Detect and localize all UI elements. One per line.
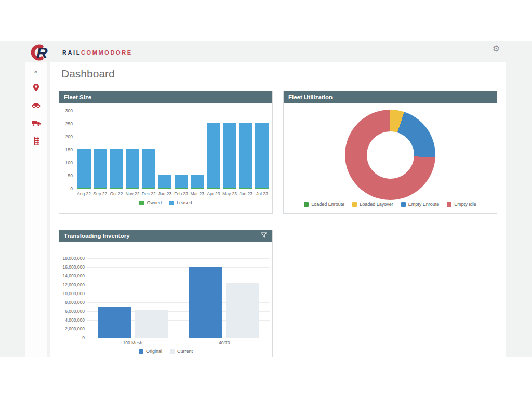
y-axis-tick-label: 2,000,000 — [59, 326, 85, 331]
legend-swatch — [169, 201, 174, 205]
filter-funnel-icon[interactable] — [260, 232, 268, 240]
x-axis-tick-label: Oct 22 — [108, 191, 124, 196]
bar-segment-owned — [158, 188, 171, 189]
sidebar-item-railcars[interactable] — [32, 101, 41, 110]
x-axis-tick-label: Dec 22 — [141, 191, 157, 196]
legend-swatch — [139, 349, 143, 354]
sidebar-expand-icon[interactable]: » — [34, 68, 38, 74]
brand-commodore-text: COMMODORE — [81, 49, 132, 56]
fleet-utilization-chart: Loaded EnrouteLoaded LayoverEmpty Enrout… — [284, 103, 497, 213]
x-axis-tick-label: Apr 23 — [205, 191, 221, 196]
brand-wordmark: RAILCOMMODORE — [62, 49, 132, 56]
bar-segment-leased — [223, 123, 236, 188]
y-axis-tick-label: 300 — [59, 108, 73, 113]
legend-label: Owned — [147, 200, 162, 205]
fleet-size-panel-header: Fleet Size — [59, 91, 272, 103]
y-axis-tick-label: 4,000,000 — [59, 317, 85, 323]
brand-rail-text: RAIL — [62, 49, 81, 56]
bar-segment-leased — [207, 123, 220, 188]
bar-segment-owned — [126, 188, 139, 189]
bar-segment-owned — [142, 188, 155, 189]
bar-segment-leased — [158, 175, 171, 188]
legend-item: Leased — [169, 200, 192, 205]
bar-segment-owned — [94, 188, 107, 189]
y-axis-tick-label: 50 — [59, 173, 73, 178]
y-axis-tick-label: 0 — [59, 186, 73, 191]
x-axis-line — [87, 338, 270, 338]
y-axis-tick-label: 250 — [59, 121, 73, 126]
bar-current — [226, 283, 259, 338]
bar-segment-leased — [94, 149, 107, 188]
x-axis-tick-label: Jan 23 — [157, 191, 173, 196]
x-axis-line — [76, 189, 270, 189]
bar-segment-leased — [110, 149, 123, 188]
fleet-size-chart: 050100150200250300Aug 22Sep 22Oct 22Nov … — [59, 103, 272, 213]
legend-swatch — [304, 202, 309, 207]
legend-swatch — [447, 202, 451, 207]
x-axis-tick-label: Aug 22 — [76, 191, 92, 196]
bar-original — [189, 267, 222, 338]
legend-item: Empty Idle — [447, 202, 476, 207]
y-axis-tick-label: 6,000,000 — [59, 309, 85, 314]
sidebar-item-locations[interactable] — [32, 84, 41, 92]
bar-segment-leased — [77, 149, 91, 188]
x-axis-tick-label: 100 Mesh — [87, 340, 179, 345]
bar-segment-owned — [110, 188, 123, 189]
y-axis-tick-label: 16,000,000 — [59, 264, 85, 270]
x-axis-tick-label: Feb 23 — [173, 191, 189, 196]
y-axis-tick-label: 150 — [59, 147, 73, 152]
bar-segment-owned — [255, 188, 269, 189]
y-axis-line — [87, 258, 87, 338]
bar-segment-owned — [207, 188, 220, 189]
bar-segment-owned — [175, 188, 188, 189]
fleet-size-panel: Fleet Size 050100150200250300Aug 22Sep 2… — [59, 91, 273, 214]
y-axis-tick-label: 8,000,000 — [59, 300, 85, 305]
legend-label: Loaded Enroute — [311, 202, 344, 207]
chart-legend: Loaded EnrouteLoaded LayoverEmpty Enrout… — [284, 202, 497, 207]
sidebar-item-rail-tracks[interactable] — [32, 137, 41, 145]
x-axis-tick-label: May 23 — [222, 191, 238, 196]
settings-gear-icon[interactable]: ⚙ — [493, 45, 500, 53]
bar-segment-leased — [191, 175, 204, 188]
sidebar-item-trucks[interactable] — [32, 119, 41, 127]
sidebar: » — [25, 62, 47, 357]
transloading-inventory-panel: Transloading Inventory 02,000,0004,000,0… — [59, 230, 273, 357]
gridline — [87, 258, 270, 259]
y-axis-line — [76, 111, 76, 189]
y-axis-tick-label: 14,000,000 — [59, 273, 85, 278]
x-axis-tick-label: Jun 23 — [238, 191, 254, 196]
chart-legend: OwnedLeased — [59, 200, 272, 205]
fleet-utilization-panel-header: Fleet Utilization — [284, 91, 497, 103]
legend-swatch — [401, 202, 406, 207]
gridline — [87, 276, 270, 276]
legend-swatch — [352, 202, 357, 207]
fleet-utilization-panel: Fleet Utilization Loaded EnrouteLoaded L… — [283, 91, 497, 214]
rail-car-icon — [32, 102, 41, 109]
bar-segment-owned — [191, 188, 204, 189]
legend-label: Empty Idle — [454, 202, 476, 207]
legend-label: Empty Enroute — [408, 202, 440, 207]
rail-track-icon — [34, 137, 39, 145]
x-axis-tick-label: Jul 23 — [254, 191, 270, 196]
legend-swatch — [139, 201, 144, 205]
railcommodore-logo-icon: R — [26, 44, 56, 61]
page-title: Dashboard — [61, 68, 115, 80]
bar-segment-leased — [142, 149, 155, 188]
x-axis-tick-label: Nov 22 — [125, 191, 141, 196]
y-axis-tick-label: 18,000,000 — [59, 256, 85, 261]
map-pin-icon — [33, 84, 39, 92]
legend-label: Original — [146, 349, 162, 354]
x-axis-tick-label: Sep 22 — [92, 191, 108, 196]
gridline — [87, 267, 270, 268]
bar-segment-leased — [126, 149, 139, 188]
legend-item: Loaded Enroute — [304, 202, 344, 207]
transloading-chart: 02,000,0004,000,0006,000,0008,000,00010,… — [59, 242, 272, 357]
y-axis-tick-label: 0 — [59, 335, 85, 340]
legend-item: Empty Enroute — [401, 202, 440, 207]
gridline — [76, 111, 270, 111]
bar-segment-owned — [223, 188, 236, 189]
legend-label: Current — [177, 349, 193, 354]
legend-item: Owned — [139, 200, 162, 205]
x-axis-tick-label: Mar 23 — [189, 191, 205, 196]
fleet-size-panel-title: Fleet Size — [64, 94, 91, 100]
